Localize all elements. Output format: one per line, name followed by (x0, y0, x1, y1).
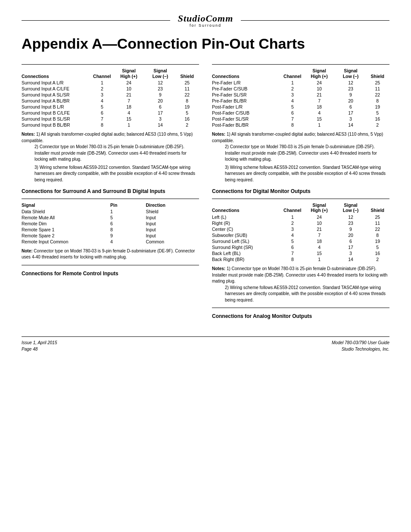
footer-model: Model 780-03/790 User Guide (332, 339, 389, 346)
right-note-2-item-2: 2) Wiring scheme follows AES59-2012 conv… (225, 285, 389, 304)
pre-post-fader-table: Connections Channel SignalHigh (+) Signa… (212, 67, 389, 128)
table-cell: 5 (92, 104, 114, 110)
dm-col-header-connections: Connections (212, 202, 282, 214)
table-cell: Left (L) (212, 214, 282, 220)
table-cell: 4 (282, 232, 305, 238)
table-cell: Input (146, 221, 199, 227)
table-cell: 1 (305, 122, 336, 128)
table-row: Pre-Fader BL/BR47208 (212, 98, 389, 104)
header-line-right (241, 20, 389, 21)
table-cell: 24 (114, 80, 146, 86)
table-cell: Surround Input A BL/BR (22, 98, 92, 104)
table-cell: 18 (305, 104, 336, 110)
surround-inputs-table: Connections Channel SignalHigh (+) Signa… (22, 67, 199, 128)
table-row: Left (L)1241225 (212, 214, 389, 220)
left-section1-heading: Connections for Surround A and Surround … (22, 188, 199, 195)
table-cell: 20 (336, 232, 367, 238)
table-cell: 22 (177, 92, 199, 98)
table-cell: Surround Input A SL/SR (22, 92, 92, 98)
table-cell: 5 (367, 244, 389, 250)
table-cell: 8 (177, 98, 199, 104)
footer-company: Studio Technologies, Inc. (332, 346, 389, 352)
left-note-1-item-2: 2) Connector type on Model 780-03 is 25-… (34, 144, 199, 163)
table-cell: 1 (282, 80, 305, 86)
table-cell: 19 (367, 238, 389, 244)
table-row: Surround Input A BL/BR47208 (22, 98, 199, 104)
table-cell: 21 (305, 92, 336, 98)
table-cell: 20 (336, 98, 367, 104)
table-cell: 1 (305, 256, 336, 262)
table-cell: Back Left (BL) (212, 250, 282, 256)
table-cell: 19 (367, 104, 389, 110)
table-cell: 25 (367, 80, 389, 86)
table-cell: 7 (305, 232, 336, 238)
table-cell: 8 (367, 232, 389, 238)
table-cell: 3 (336, 116, 367, 122)
table-cell: 1 (114, 122, 146, 128)
table-cell: 6 (110, 221, 146, 227)
dm-col-header-signal-low: SignalLow (–) (336, 202, 367, 214)
table-cell: Remote Spare 1 (22, 227, 110, 233)
footer-issue: Issue 1, April 2015 (22, 339, 57, 346)
left-top-divider (22, 64, 199, 65)
table-cell: 14 (336, 256, 367, 262)
table-cell: Right (R) (212, 220, 282, 226)
left-note-1-item-3: 3) Wiring scheme follows AES59-2012 conv… (34, 165, 199, 184)
table-cell: Surround Left (SL) (212, 238, 282, 244)
table-cell: 11 (177, 86, 199, 92)
table-cell: Center (C) (212, 226, 282, 232)
table-cell: Remote Dim (22, 221, 110, 227)
table-cell: 5 (177, 110, 199, 116)
table-cell: 16 (177, 116, 199, 122)
footer-right: Model 780-03/790 User Guide Studio Techn… (332, 339, 389, 352)
table-cell: Common (146, 239, 199, 245)
table-row: Surround Input B C/LFE64175 (22, 110, 199, 116)
table-cell: 6 (282, 244, 305, 250)
left-note-1-item-1: 1) All signals transformer-coupled digit… (22, 132, 193, 143)
table-row: Post-Fader SL/SR715316 (212, 116, 389, 122)
left-section2-divider (22, 265, 199, 265)
table-cell: 14 (146, 122, 177, 128)
table-row: Remote Spare 18Input (22, 227, 199, 233)
table-cell: 18 (305, 238, 336, 244)
table-row: Remote Mute All5Input (22, 215, 199, 221)
table-cell: 23 (146, 86, 177, 92)
table-cell: 2 (282, 86, 305, 92)
table-cell: Input (146, 215, 199, 221)
right-notes-1-label: Notes: (212, 132, 225, 137)
table-row: Right (R)2102311 (212, 220, 389, 226)
col-header-channel: Channel (92, 67, 114, 80)
table-cell: Surround Input A C/LFE (22, 86, 92, 92)
table-cell: Input (146, 233, 199, 239)
table-cell: Remote Input Common (22, 239, 110, 245)
table-cell: Data Shield (22, 208, 110, 215)
right-notes-1: Notes: 1) All signals transformer-couple… (212, 131, 389, 183)
table-row: Remote Dim6Input (22, 221, 199, 227)
header-line-left (22, 20, 170, 21)
table-cell: 8 (110, 227, 146, 233)
table-cell: 3 (146, 116, 177, 122)
table-cell: 4 (305, 244, 336, 250)
footer-left: Issue 1, April 2015 Page 48 (22, 339, 57, 352)
table-row: Surround Input B L/R518619 (22, 104, 199, 110)
col-header-connections: Connections (22, 67, 92, 80)
table-row: Post-Fader BL/BR81142 (212, 122, 389, 128)
table-cell: 6 (146, 104, 177, 110)
table-cell: Surround Input A L/R (22, 80, 92, 86)
table-cell: 9 (336, 92, 367, 98)
table-row: Post-Fader C/SUB64175 (212, 110, 389, 116)
right-section2-heading: Connections for Analog Monitor Outputs (212, 313, 389, 320)
table-row: Surround Left (SL)518619 (212, 238, 389, 244)
table-cell: 3 (282, 226, 305, 232)
table-cell: 6 (282, 110, 305, 116)
table-cell: 2 (367, 256, 389, 262)
footer: Issue 1, April 2015 Page 48 Model 780-03… (22, 336, 389, 352)
table-cell: 25 (367, 214, 389, 220)
remote-note-text: Connector type on Model 780-03 is 9-pin … (22, 249, 195, 260)
table-cell: 1 (110, 208, 146, 215)
table-cell: Subwoofer (SUB) (212, 232, 282, 238)
table-cell: 12 (336, 80, 367, 86)
right-notes-2-label: Notes: (212, 266, 225, 271)
table-cell: 16 (367, 250, 389, 256)
logo-area: StudioComm for Surround (170, 13, 241, 28)
